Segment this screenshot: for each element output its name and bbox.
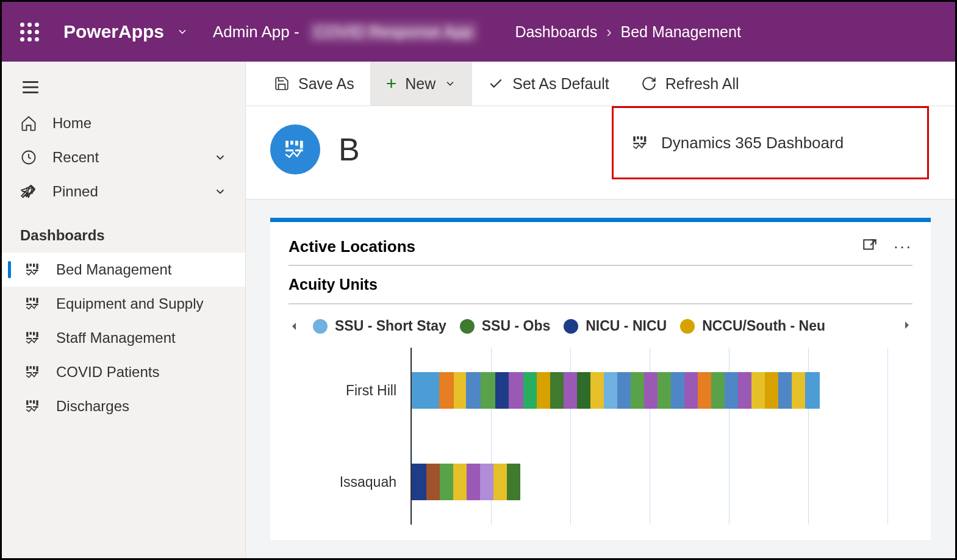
bar-segment[interactable] bbox=[658, 372, 671, 409]
cmd-label: New bbox=[405, 75, 435, 93]
cmd-label: Set As Default bbox=[512, 75, 609, 93]
svg-rect-26 bbox=[36, 366, 38, 372]
svg-rect-14 bbox=[36, 298, 38, 303]
bar-segment[interactable] bbox=[671, 372, 684, 409]
brand-name[interactable]: PowerApps bbox=[63, 21, 164, 42]
bar-segment[interactable] bbox=[537, 372, 550, 409]
bar-segment[interactable] bbox=[480, 464, 493, 500]
clock-icon bbox=[20, 149, 37, 166]
bar-segment[interactable] bbox=[590, 372, 604, 409]
bar-segment[interactable] bbox=[454, 372, 466, 409]
bar-segment[interactable] bbox=[507, 464, 520, 500]
chevron-down-icon[interactable] bbox=[176, 26, 188, 38]
bar-segment[interactable] bbox=[453, 464, 467, 500]
bar-row[interactable] bbox=[412, 464, 520, 500]
legend-label: NCCU/South - Neu bbox=[702, 318, 825, 334]
sidebar-item-equipment[interactable]: Equipment and Supply bbox=[2, 287, 245, 321]
bar-segment[interactable] bbox=[631, 372, 644, 409]
breadcrumb: Dashboards › Bed Management bbox=[515, 23, 741, 41]
breadcrumb-parent[interactable]: Dashboards bbox=[515, 23, 597, 41]
bar-segment[interactable] bbox=[495, 372, 509, 409]
dashboard-icon bbox=[25, 330, 41, 346]
bar-segment[interactable] bbox=[617, 372, 631, 409]
app-header: PowerApps Admin App - COVID Response App… bbox=[2, 2, 955, 62]
new-dropdown-menu[interactable]: Dynamics 365 Dashboard bbox=[612, 106, 929, 179]
bar-segment[interactable] bbox=[684, 372, 698, 409]
nav-pinned-label: Pinned bbox=[52, 183, 98, 200]
arrow-left-icon[interactable] bbox=[289, 321, 299, 332]
svg-rect-15 bbox=[33, 304, 38, 305]
bar-segment[interactable] bbox=[644, 372, 658, 409]
legend-item[interactable]: SSU - Obs bbox=[460, 318, 550, 334]
svg-rect-12 bbox=[26, 304, 32, 305]
save-icon bbox=[274, 76, 290, 92]
expand-icon[interactable] bbox=[862, 238, 878, 256]
save-as-button[interactable]: Save As bbox=[258, 62, 370, 106]
svg-rect-32 bbox=[36, 400, 38, 406]
bar-segment[interactable] bbox=[604, 372, 617, 409]
bar-segment[interactable] bbox=[523, 372, 537, 409]
bar-segment[interactable] bbox=[564, 372, 577, 409]
svg-rect-35 bbox=[290, 141, 293, 145]
bar-segment[interactable] bbox=[466, 372, 481, 409]
command-bar: Save As + New Set As Default Refresh All bbox=[246, 62, 955, 106]
bar-segment[interactable] bbox=[698, 372, 711, 409]
bar-segment[interactable] bbox=[493, 464, 507, 500]
refresh-button[interactable]: Refresh All bbox=[625, 62, 755, 106]
bar-segment[interactable] bbox=[711, 372, 725, 409]
svg-rect-29 bbox=[30, 400, 32, 403]
bar-row[interactable] bbox=[412, 372, 820, 409]
legend-label: SSU - Short Stay bbox=[335, 318, 446, 334]
bar-segment[interactable] bbox=[751, 372, 765, 409]
legend-swatch bbox=[460, 319, 475, 334]
svg-rect-43 bbox=[640, 137, 643, 140]
nav-recent[interactable]: Recent bbox=[2, 140, 245, 174]
svg-rect-25 bbox=[33, 366, 35, 369]
bar-segment[interactable] bbox=[792, 372, 805, 409]
bar-segment[interactable] bbox=[725, 372, 738, 409]
svg-rect-36 bbox=[285, 149, 293, 151]
bar-segment[interactable] bbox=[481, 372, 495, 409]
nav-pinned[interactable]: Pinned bbox=[2, 174, 245, 209]
sidebar-item-discharges[interactable]: Discharges bbox=[2, 389, 245, 423]
bar-segment[interactable] bbox=[412, 372, 439, 409]
app-launcher-icon[interactable] bbox=[20, 23, 39, 41]
bar-segment[interactable] bbox=[738, 372, 751, 409]
svg-rect-41 bbox=[637, 137, 639, 140]
bar-segment[interactable] bbox=[509, 372, 523, 409]
new-button[interactable]: + New bbox=[370, 62, 473, 106]
bar-segment[interactable] bbox=[439, 372, 454, 409]
sidebar-item-label: Discharges bbox=[56, 398, 129, 415]
sidebar-item-staff[interactable]: Staff Management bbox=[2, 321, 245, 355]
chevron-down-icon bbox=[213, 185, 227, 198]
sidebar-item-bed-management[interactable]: Bed Management bbox=[2, 253, 245, 287]
legend-item[interactable]: NICU - NICU bbox=[564, 318, 667, 334]
bar-segment[interactable] bbox=[426, 464, 440, 500]
bar-segment[interactable] bbox=[412, 464, 426, 500]
bar-segment[interactable] bbox=[440, 464, 453, 500]
sidebar-item-covid[interactable]: COVID Patients bbox=[2, 355, 245, 389]
more-icon[interactable]: ··· bbox=[894, 237, 912, 256]
chart-title: Active Locations bbox=[289, 237, 846, 256]
legend-item[interactable]: SSU - Short Stay bbox=[313, 318, 446, 334]
nav-home[interactable]: Home bbox=[2, 106, 245, 140]
hamburger-button[interactable] bbox=[2, 71, 245, 106]
svg-rect-8 bbox=[36, 264, 38, 269]
plus-icon: + bbox=[386, 73, 397, 94]
legend-item[interactable]: NCCU/South - Neu bbox=[680, 318, 825, 334]
bar-segment[interactable] bbox=[778, 372, 792, 409]
bar-segment[interactable] bbox=[765, 372, 778, 409]
svg-rect-10 bbox=[26, 298, 28, 303]
svg-rect-27 bbox=[33, 372, 38, 373]
breadcrumb-current: Bed Management bbox=[621, 23, 741, 41]
set-default-button[interactable]: Set As Default bbox=[472, 62, 625, 106]
svg-rect-13 bbox=[33, 298, 35, 301]
dropdown-item-d365[interactable]: Dynamics 365 Dashboard bbox=[661, 134, 844, 153]
arrow-right-icon[interactable] bbox=[901, 318, 912, 334]
bar-segment[interactable] bbox=[467, 464, 480, 500]
svg-rect-21 bbox=[33, 338, 38, 339]
bar-segment[interactable] bbox=[550, 372, 564, 409]
svg-rect-5 bbox=[30, 264, 32, 266]
bar-segment[interactable] bbox=[805, 372, 820, 409]
bar-segment[interactable] bbox=[577, 372, 590, 409]
